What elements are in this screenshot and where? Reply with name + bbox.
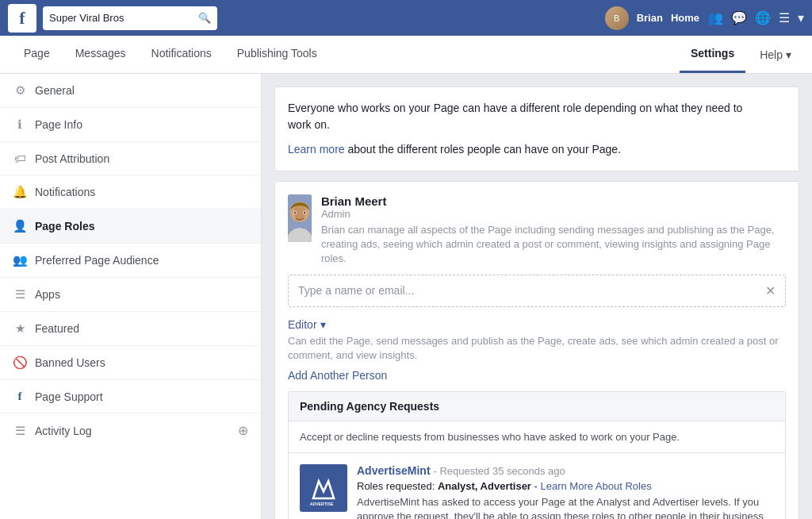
sidebar-item-general[interactable]: ⚙ General xyxy=(0,74,261,108)
ban-icon: 🚫 xyxy=(13,356,27,370)
chevron-down-icon: ▾ xyxy=(320,318,326,331)
friends-icon[interactable]: 👥 xyxy=(707,10,723,25)
facebook-logo[interactable]: f xyxy=(8,4,36,33)
role-selector[interactable]: Editor ▾ xyxy=(288,318,786,331)
menu-icon[interactable]: ☰ xyxy=(779,10,790,25)
sidebar-item-notifications[interactable]: 🔔 Notifications xyxy=(0,175,261,210)
main-layout: ⚙ General ℹ Page Info 🏷 Post Attribution… xyxy=(0,74,812,519)
chevron-down-icon[interactable]: ▾ xyxy=(798,10,804,25)
user-name[interactable]: Brian xyxy=(637,12,663,24)
top-navigation: f 🔍 B Brian Home 👥 💬 🌐 ☰ ▾ xyxy=(0,0,812,36)
pending-section: Pending Agency Requests Accept or declin… xyxy=(288,391,786,519)
intro-box: Everyone who works on your Page can have… xyxy=(274,86,799,171)
tag-icon: 🏷 xyxy=(13,152,27,165)
agency-name-link[interactable]: AdvertiseMint xyxy=(357,464,431,477)
tab-help[interactable]: Help ▾ xyxy=(752,37,799,72)
add-person-form: ✕ xyxy=(288,275,786,307)
intro-text-line1: Everyone who works on your Page can have… xyxy=(288,100,786,133)
chevron-down-icon: ▾ xyxy=(786,48,791,61)
sidebar-item-banned-users[interactable]: 🚫 Banned Users xyxy=(0,346,261,380)
agency-logo: ADVERTISE xyxy=(300,464,347,512)
person-card: Brian Meert Admin Brian can manage all a… xyxy=(274,181,799,519)
page-tab-right: Settings Help ▾ xyxy=(680,36,799,73)
person-icon: 👤 xyxy=(13,219,27,233)
tab-messages[interactable]: Messages xyxy=(64,36,137,73)
agency-roles: Roles requested: Analyst, Advertiser - L… xyxy=(357,480,774,492)
search-icon: 🔍 xyxy=(198,12,211,24)
pending-description: Accept or decline requests from business… xyxy=(289,421,785,453)
tab-settings[interactable]: Settings xyxy=(680,36,745,73)
sidebar-item-preferred-page-audience[interactable]: 👥 Preferred Page Audience xyxy=(0,244,261,278)
person-info: Brian Meert Admin Brian can manage all a… xyxy=(321,194,786,267)
sidebar: ⚙ General ℹ Page Info 🏷 Post Attribution… xyxy=(0,74,262,519)
sidebar-item-activity-log[interactable]: ☰ Activity Log ⊕ xyxy=(0,413,261,448)
avatar[interactable]: B xyxy=(605,6,629,30)
agency-info: AdvertiseMint - Requested 35 seconds ago… xyxy=(357,464,774,519)
agency-request: ADVERTISE AdvertiseMint - Requested 35 s… xyxy=(289,453,785,519)
name-email-input[interactable] xyxy=(298,284,759,297)
bell-icon: 🔔 xyxy=(13,185,27,199)
pending-header: Pending Agency Requests xyxy=(289,392,785,421)
person-role: Admin xyxy=(321,208,786,220)
tab-page[interactable]: Page xyxy=(13,36,61,73)
svg-text:ADVERTISE: ADVERTISE xyxy=(310,502,334,506)
tab-notifications[interactable]: Notifications xyxy=(140,36,223,73)
home-link[interactable]: Home xyxy=(671,12,699,24)
messages-icon[interactable]: 💬 xyxy=(731,10,747,25)
sidebar-item-page-support[interactable]: f Page Support xyxy=(0,380,261,413)
agency-description: AdvertiseMint has asked to access your P… xyxy=(357,495,774,519)
person-description: Brian can manage all aspects of the Page… xyxy=(321,223,786,267)
list-icon: ☰ xyxy=(13,424,27,438)
person-name: Brian Meert xyxy=(321,194,786,208)
globe-icon[interactable]: 🌐 xyxy=(755,10,771,25)
svg-point-5 xyxy=(294,212,296,214)
star-icon: ★ xyxy=(13,321,27,336)
sidebar-item-featured[interactable]: ★ Featured xyxy=(0,312,261,346)
agency-request-time: - Requested 35 seconds ago xyxy=(433,465,565,477)
group-icon: 👥 xyxy=(13,253,27,267)
close-icon[interactable]: ✕ xyxy=(765,283,776,298)
content-area: Everyone who works on your Page can have… xyxy=(262,74,812,519)
person-header: Brian Meert Admin Brian can manage all a… xyxy=(288,194,786,267)
sidebar-item-page-roles[interactable]: 👤 Page Roles xyxy=(0,210,261,244)
search-input[interactable] xyxy=(49,12,193,24)
sidebar-item-post-attribution[interactable]: 🏷 Post Attribution xyxy=(0,142,261,175)
apps-icon: ☰ xyxy=(13,287,27,302)
add-another-person-link[interactable]: Add Another Person xyxy=(288,369,786,382)
role-description: Can edit the Page, send messages and pub… xyxy=(288,334,786,363)
facebook-icon: f xyxy=(13,390,27,403)
person-avatar xyxy=(288,194,312,242)
add-icon[interactable]: ⊕ xyxy=(238,423,248,438)
global-search-bar[interactable]: 🔍 xyxy=(43,6,217,30)
nav-right-actions: B Brian Home 👥 💬 🌐 ☰ ▾ xyxy=(605,6,804,30)
gear-icon: ⚙ xyxy=(13,83,27,98)
info-icon: ℹ xyxy=(13,117,27,132)
svg-point-6 xyxy=(304,212,305,214)
learn-more-roles-link[interactable]: Learn More About Roles xyxy=(540,480,651,492)
tab-publishing-tools[interactable]: Publishing Tools xyxy=(226,36,328,73)
sidebar-item-apps[interactable]: ☰ Apps xyxy=(0,278,261,312)
sidebar-item-page-info[interactable]: ℹ Page Info xyxy=(0,108,261,142)
learn-more-link[interactable]: Learn more xyxy=(288,143,345,156)
page-tab-bar: Page Messages Notifications Publishing T… xyxy=(0,36,812,74)
